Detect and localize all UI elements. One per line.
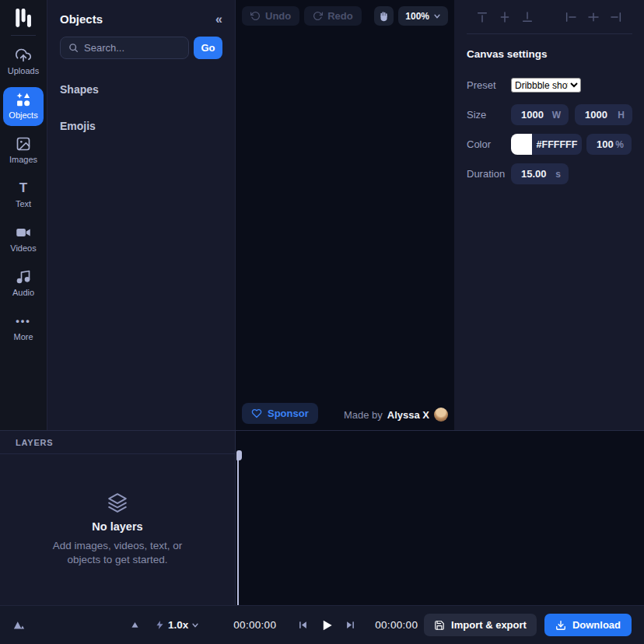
sidebar-item-label: Text [16,199,31,208]
color-swatch[interactable] [511,134,532,155]
collapse-panel-icon[interactable]: « [215,13,222,26]
sidebar-item-more[interactable]: ••• More [3,309,44,348]
canvas-height-input[interactable]: 1000 H [575,104,632,125]
section-shapes[interactable]: Shapes [60,83,222,96]
sidebar-item-uploads[interactable]: Uploads [3,43,44,82]
sidebar-item-videos[interactable]: Videos [3,220,44,259]
canvas-height-value: 1000 [575,109,607,121]
sidebar-item-label: Objects [9,110,37,120]
color-label: Color [467,138,511,150]
layers-panel: LAYERS No layers Add images, videos, tex… [0,431,236,605]
redo-label: Redo [327,10,353,22]
section-emojis[interactable]: Emojis [60,120,222,132]
sidebar-item-text[interactable]: T Text [3,176,44,215]
skip-to-start-button[interactable] [297,619,309,631]
cloud-upload-icon [16,47,31,63]
download-button[interactable]: Download [544,614,632,636]
playback-speed-control[interactable]: 1.0x [155,619,199,631]
import-export-button[interactable]: Import & export [424,614,537,636]
video-camera-icon [16,225,31,240]
align-top-icon[interactable] [476,11,488,23]
play-button[interactable] [319,618,334,633]
search-icon [68,43,79,53]
hand-icon [379,11,390,22]
chevron-down-icon [191,621,199,629]
import-export-label: Import & export [451,619,527,631]
height-unit: H [618,110,625,121]
sidebar-item-label: Uploads [8,66,39,75]
made-by-prefix: Made by [344,409,383,421]
align-horizontal-center-icon[interactable] [587,11,600,23]
sidebar-item-images[interactable]: Images [3,131,44,170]
canvas-width-value: 1000 [511,109,544,121]
opacity-value: 100 [586,138,614,150]
opacity-unit: % [615,139,624,150]
duration-input[interactable]: 15.00 s [511,163,569,184]
music-note-icon [16,269,31,285]
total-time: 00:00:00 [375,619,418,631]
pan-tool-button[interactable] [374,6,394,26]
shapes-icon [16,92,31,107]
redo-icon [313,11,323,21]
play-icon [319,618,334,633]
alignment-toolbar [467,0,632,34]
sidebar-item-audio[interactable]: Audio [3,264,44,303]
align-left-icon[interactable] [565,11,577,23]
sidebar-item-label: More [13,332,33,341]
sidebar-item-objects[interactable]: Objects [3,87,44,126]
size-label: Size [467,109,511,121]
canvas-area[interactable]: Undo Redo 100% [236,0,454,430]
rail-divider [11,35,36,36]
layers-header: LAYERS [0,431,235,454]
text-icon: T [19,180,27,196]
timeline-area[interactable] [236,431,644,605]
sponsor-button[interactable]: Sponsor [242,403,318,424]
triangle-marker-icon[interactable] [129,619,141,631]
align-right-icon[interactable] [610,11,622,23]
duration-unit: s [555,169,561,180]
playhead-handle[interactable] [236,450,242,460]
sidebar-item-label: Audio [12,288,34,297]
align-vertical-center-icon[interactable] [499,11,511,23]
no-layers-subtitle: Add images, videos, text, or objects to … [36,539,199,566]
sponsor-label: Sponsor [268,408,309,419]
align-bottom-icon[interactable] [521,11,534,23]
playback-speed-value: 1.0x [168,619,188,631]
preset-label: Preset [467,79,511,91]
image-icon [16,136,31,152]
app-logo-icon[interactable] [13,8,33,28]
undo-button[interactable]: Undo [242,6,299,26]
search-input[interactable] [84,42,180,54]
chevron-down-icon [433,12,441,20]
zoom-level-button[interactable]: 100% [398,6,448,26]
skip-to-start-icon [297,619,309,631]
mountains-icon[interactable] [12,618,26,632]
lightning-bolt-icon [155,620,165,630]
objects-panel: Objects « Go Shapes Emojis [47,0,236,430]
canvas-toolbar: Undo Redo 100% [242,6,448,26]
ellipsis-icon: ••• [16,313,31,329]
download-icon [555,620,566,631]
zoom-level-value: 100% [405,11,429,22]
canvas-width-input[interactable]: 1000 W [511,104,569,125]
search-go-button[interactable]: Go [194,37,222,59]
preset-select[interactable]: Dribbble shot [511,78,581,93]
icon-rail: Uploads Objects Images T Text [0,0,47,430]
properties-panel: Canvas settings Preset Dribbble shot Siz… [454,0,644,430]
made-by-name: Alyssa X [387,409,429,421]
transport-controls [297,618,356,633]
color-hex-input[interactable]: #FFFFFF [532,134,582,155]
duration-label: Duration [467,168,511,180]
skip-to-end-button[interactable] [345,619,356,631]
color-hex-value: #FFFFFF [537,139,578,150]
playhead-line [237,459,239,605]
download-label: Download [572,619,621,631]
made-by-credit[interactable]: Made by Alyssa X [344,408,448,422]
redo-button[interactable]: Redo [304,6,362,26]
undo-label: Undo [265,10,291,22]
undo-icon [250,11,261,21]
heart-icon [251,408,262,418]
current-time: 00:00:00 [233,619,276,631]
duration-value: 15.00 [511,168,547,180]
color-opacity-input[interactable]: 100 % [586,134,632,155]
